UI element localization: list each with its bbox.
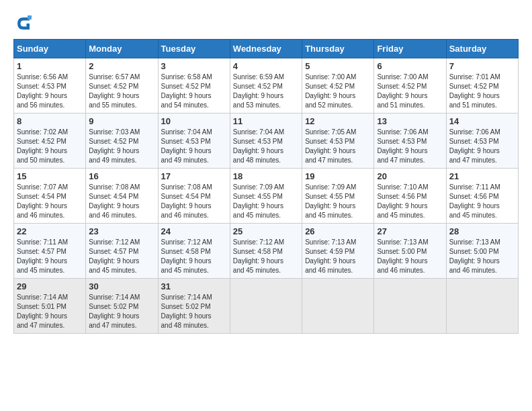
sunset-label: Sunset: 4:52 PM — [17, 138, 66, 145]
day-number: 30 — [89, 281, 154, 291]
day-info: Sunrise: 7:08 AM Sunset: 4:54 PM Dayligh… — [161, 183, 227, 220]
sunset-label: Sunset: 4:53 PM — [161, 138, 211, 145]
calendar-cell: 27 Sunrise: 7:13 AM Sunset: 5:00 PM Dayl… — [374, 224, 446, 279]
calendar-body: 1 Sunrise: 6:56 AM Sunset: 4:53 PM Dayli… — [14, 58, 519, 334]
daylight-label: Daylight: 9 hours — [305, 147, 355, 154]
day-number: 12 — [305, 116, 371, 126]
daylight-minutes: and 45 minutes. — [233, 267, 281, 274]
sunset-label: Sunset: 4:53 PM — [17, 83, 66, 90]
sunrise-label: Sunrise: 7:13 AM — [377, 238, 428, 246]
calendar-cell: 16 Sunrise: 7:08 AM Sunset: 4:54 PM Dayl… — [86, 169, 158, 224]
daylight-minutes: and 51 minutes. — [377, 101, 425, 109]
day-number: 25 — [233, 226, 299, 236]
sunrise-label: Sunrise: 7:03 AM — [89, 128, 140, 136]
daylight-label: Daylight: 9 hours — [449, 92, 500, 99]
daylight-minutes: and 49 minutes. — [161, 156, 209, 164]
sunrise-label: Sunrise: 7:05 AM — [305, 128, 356, 136]
day-number: 5 — [305, 61, 371, 71]
day-info: Sunrise: 7:12 AM Sunset: 4:58 PM Dayligh… — [233, 238, 299, 275]
calendar-cell: 24 Sunrise: 7:12 AM Sunset: 4:58 PM Dayl… — [158, 224, 230, 279]
sunrise-label: Sunrise: 6:57 AM — [89, 73, 140, 81]
day-info: Sunrise: 6:57 AM Sunset: 4:52 PM Dayligh… — [89, 73, 154, 110]
sunset-label: Sunset: 4:57 PM — [89, 248, 138, 255]
daylight-label: Daylight: 9 hours — [449, 202, 500, 210]
sunrise-label: Sunrise: 7:14 AM — [17, 293, 68, 301]
sunset-label: Sunset: 4:53 PM — [233, 138, 283, 145]
calendar-week-row: 29 Sunrise: 7:14 AM Sunset: 5:01 PM Dayl… — [14, 279, 519, 334]
sunset-label: Sunset: 4:55 PM — [233, 193, 283, 200]
daylight-label: Daylight: 9 hours — [377, 92, 427, 99]
calendar-cell: 23 Sunrise: 7:12 AM Sunset: 4:57 PM Dayl… — [86, 224, 158, 279]
calendar-cell: 25 Sunrise: 7:12 AM Sunset: 4:58 PM Dayl… — [230, 224, 302, 279]
sunset-label: Sunset: 4:52 PM — [233, 83, 283, 90]
sunset-label: Sunset: 4:58 PM — [233, 248, 283, 255]
calendar-cell: 2 Sunrise: 6:57 AM Sunset: 4:52 PM Dayli… — [86, 58, 158, 113]
daylight-label: Daylight: 9 hours — [233, 202, 283, 210]
sunset-label: Sunset: 4:53 PM — [305, 138, 355, 145]
calendar-cell — [374, 279, 446, 334]
calendar-cell: 26 Sunrise: 7:13 AM Sunset: 4:59 PM Dayl… — [302, 224, 374, 279]
daylight-minutes: and 49 minutes. — [89, 156, 136, 164]
day-info: Sunrise: 7:11 AM Sunset: 4:56 PM Dayligh… — [449, 183, 515, 220]
day-info: Sunrise: 7:13 AM Sunset: 5:00 PM Dayligh… — [377, 238, 443, 275]
day-info: Sunrise: 6:56 AM Sunset: 4:53 PM Dayligh… — [17, 73, 83, 110]
day-number: 20 — [377, 171, 443, 181]
day-info: Sunrise: 7:06 AM Sunset: 4:53 PM Dayligh… — [377, 128, 443, 165]
weekday-thursday: Thursday — [302, 40, 374, 58]
daylight-label: Daylight: 9 hours — [449, 257, 500, 265]
sunrise-label: Sunrise: 7:13 AM — [305, 238, 356, 246]
daylight-minutes: and 47 minutes. — [17, 322, 64, 329]
sunrise-label: Sunrise: 7:13 AM — [449, 238, 500, 246]
daylight-minutes: and 46 minutes. — [305, 267, 353, 274]
calendar-cell: 21 Sunrise: 7:11 AM Sunset: 4:56 PM Dayl… — [446, 169, 518, 224]
calendar-cell: 12 Sunrise: 7:05 AM Sunset: 4:53 PM Dayl… — [302, 113, 374, 169]
calendar-cell: 20 Sunrise: 7:10 AM Sunset: 4:56 PM Dayl… — [374, 169, 446, 224]
sunset-label: Sunset: 4:52 PM — [305, 83, 355, 90]
daylight-label: Daylight: 9 hours — [89, 257, 139, 265]
sunrise-label: Sunrise: 7:06 AM — [449, 128, 500, 136]
weekday-sunday: Sunday — [14, 40, 86, 58]
daylight-label: Daylight: 9 hours — [161, 257, 212, 265]
sunset-label: Sunset: 4:54 PM — [89, 193, 138, 200]
day-number: 16 — [89, 171, 154, 181]
sunrise-label: Sunrise: 7:00 AM — [377, 73, 428, 81]
day-info: Sunrise: 7:10 AM Sunset: 4:56 PM Dayligh… — [377, 183, 443, 220]
sunrise-label: Sunrise: 7:06 AM — [377, 128, 428, 136]
day-info: Sunrise: 7:09 AM Sunset: 4:55 PM Dayligh… — [305, 183, 371, 220]
day-info: Sunrise: 7:08 AM Sunset: 4:54 PM Dayligh… — [89, 183, 154, 220]
day-info: Sunrise: 6:58 AM Sunset: 4:52 PM Dayligh… — [161, 73, 227, 110]
daylight-minutes: and 47 minutes. — [449, 156, 497, 164]
daylight-minutes: and 55 minutes. — [89, 101, 136, 109]
day-number: 18 — [233, 171, 299, 181]
sunset-label: Sunset: 4:53 PM — [377, 138, 427, 145]
day-number: 31 — [161, 281, 227, 291]
day-info: Sunrise: 7:13 AM Sunset: 4:59 PM Dayligh… — [305, 238, 371, 275]
daylight-minutes: and 45 minutes. — [161, 267, 209, 274]
sunrise-label: Sunrise: 6:58 AM — [161, 73, 212, 81]
daylight-label: Daylight: 9 hours — [377, 257, 427, 265]
daylight-minutes: and 54 minutes. — [161, 101, 209, 109]
sunrise-label: Sunrise: 7:14 AM — [161, 293, 212, 301]
day-info: Sunrise: 7:14 AM Sunset: 5:02 PM Dayligh… — [161, 293, 227, 330]
day-number: 22 — [17, 226, 83, 236]
calendar-cell: 10 Sunrise: 7:04 AM Sunset: 4:53 PM Dayl… — [158, 113, 230, 169]
daylight-minutes: and 51 minutes. — [449, 101, 497, 109]
daylight-label: Daylight: 9 hours — [17, 312, 67, 320]
daylight-minutes: and 48 minutes. — [233, 156, 281, 164]
calendar-week-row: 8 Sunrise: 7:02 AM Sunset: 4:52 PM Dayli… — [14, 113, 519, 169]
calendar-cell: 3 Sunrise: 6:58 AM Sunset: 4:52 PM Dayli… — [158, 58, 230, 113]
calendar-cell: 29 Sunrise: 7:14 AM Sunset: 5:01 PM Dayl… — [14, 279, 86, 334]
daylight-label: Daylight: 9 hours — [161, 202, 212, 210]
day-info: Sunrise: 7:11 AM Sunset: 4:57 PM Dayligh… — [17, 238, 83, 275]
daylight-minutes: and 45 minutes. — [449, 212, 497, 219]
weekday-saturday: Saturday — [446, 40, 518, 58]
daylight-label: Daylight: 9 hours — [161, 147, 212, 154]
weekday-header-row: SundayMondayTuesdayWednesdayThursdayFrid… — [14, 40, 519, 58]
calendar-table: SundayMondayTuesdayWednesdayThursdayFrid… — [13, 39, 519, 334]
day-info: Sunrise: 7:09 AM Sunset: 4:55 PM Dayligh… — [233, 183, 299, 220]
day-info: Sunrise: 7:00 AM Sunset: 4:52 PM Dayligh… — [377, 73, 443, 110]
day-number: 7 — [449, 61, 515, 71]
sunrise-label: Sunrise: 7:09 AM — [233, 183, 284, 191]
weekday-wednesday: Wednesday — [230, 40, 302, 58]
day-info: Sunrise: 7:01 AM Sunset: 4:52 PM Dayligh… — [449, 73, 515, 110]
